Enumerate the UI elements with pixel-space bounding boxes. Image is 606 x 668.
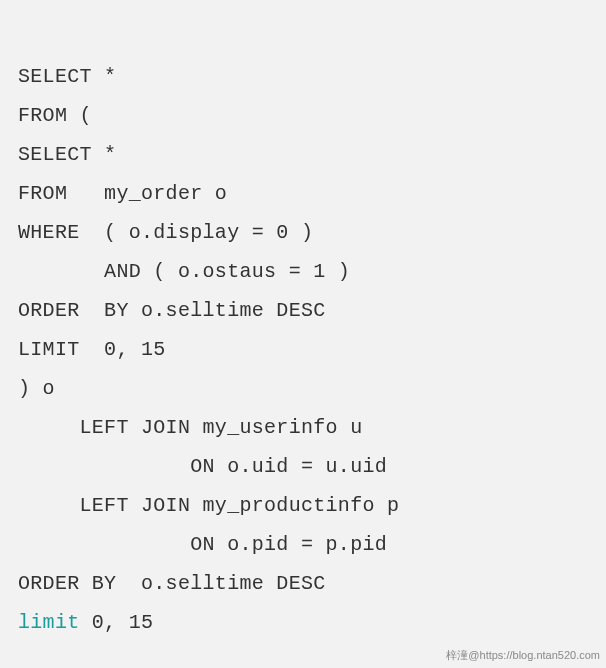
code-line: LIMIT 0, 15 xyxy=(18,338,166,361)
code-line: SELECT * xyxy=(18,143,116,166)
watermark-text: 梓潼@https://blog.ntan520.com xyxy=(446,645,600,666)
code-line: FROM my_order o xyxy=(18,182,227,205)
sql-code-block: SELECT * FROM ( SELECT * FROM my_order o… xyxy=(0,0,606,642)
limit-keyword: limit xyxy=(18,611,80,634)
code-line: ORDER BY o.selltime DESC xyxy=(18,572,326,595)
code-line: LEFT JOIN my_userinfo u xyxy=(18,416,362,439)
limit-args: 0, 15 xyxy=(80,611,154,634)
code-line: FROM ( xyxy=(18,104,92,127)
code-line-last: limit 0, 15 xyxy=(18,611,153,634)
code-line: ORDER BY o.selltime DESC xyxy=(18,299,326,322)
code-line: AND ( o.ostaus = 1 ) xyxy=(18,260,350,283)
code-line: ON o.uid = u.uid xyxy=(18,455,387,478)
code-line: ON o.pid = p.pid xyxy=(18,533,387,556)
code-line: LEFT JOIN my_productinfo p xyxy=(18,494,399,517)
code-line: SELECT * xyxy=(18,65,116,88)
code-line: WHERE ( o.display = 0 ) xyxy=(18,221,313,244)
code-line: ) o xyxy=(18,377,55,400)
